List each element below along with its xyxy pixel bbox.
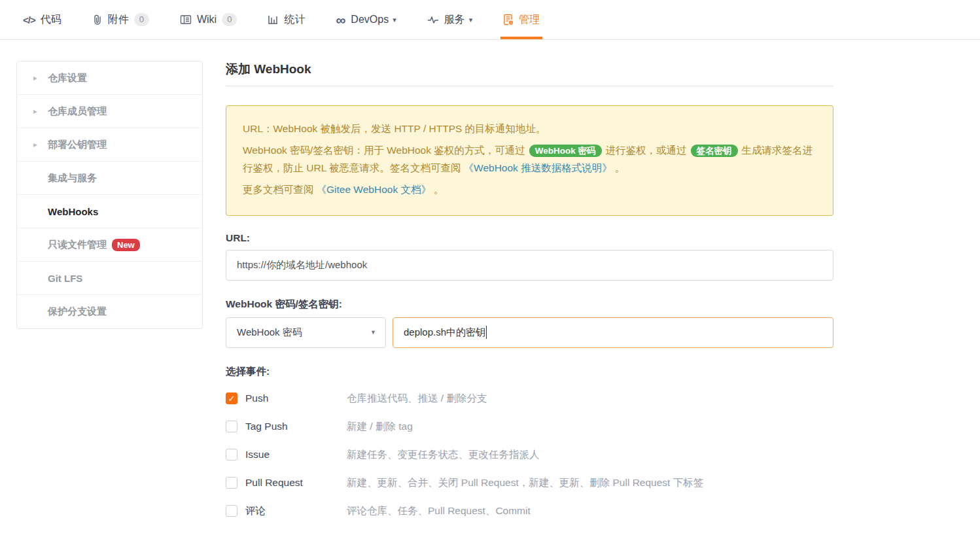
tab-manage-label: 管理 — [519, 13, 540, 27]
event-row-tag-push: ✓ Tag Push 新建 / 删除 tag — [226, 413, 833, 441]
sidebar-item-protected-branches[interactable]: 保护分支设置 — [17, 295, 202, 328]
bar-chart-icon — [268, 14, 279, 25]
event-row-pull-request: ✓ Pull Request 新建、更新、合并、关闭 Pull Request，… — [226, 469, 833, 497]
event-label: 评论 — [245, 504, 347, 518]
events-section-label: 选择事件: — [226, 365, 833, 379]
tab-code[interactable]: </> 代码 — [23, 0, 61, 39]
wiki-count-badge: 0 — [222, 13, 237, 26]
settings-sidebar: ▸ 仓库设置 ▸ 仓库成员管理 ▸ 部署公钥管理 集成与服务 WebHooks … — [16, 61, 203, 329]
tab-services-label: 服务 — [444, 13, 465, 27]
event-description: 评论仓库、任务、Pull Request、Commit — [347, 504, 531, 518]
book-icon — [180, 14, 192, 25]
paperclip-icon — [92, 14, 103, 26]
title-divider — [226, 86, 833, 86]
chevron-down-icon: ▾ — [469, 16, 473, 24]
text-cursor — [486, 326, 487, 339]
alert-line-url: URL：WebHook 被触发后，发送 HTTP / HTTPS 的目标通知地址… — [243, 120, 816, 137]
tab-code-label: 代码 — [41, 13, 61, 27]
secret-type-selected-value: WebHook 密码 — [237, 326, 302, 339]
check-icon: ✓ — [228, 394, 236, 403]
code-icon: </> — [23, 14, 35, 26]
sign-key-badge: 签名密钥 — [691, 145, 738, 157]
chevron-right-icon: ▸ — [33, 140, 48, 149]
secret-field-label: WebHook 密码/签名密钥: — [226, 298, 833, 311]
event-row-push: ✓ Push 仓库推送代码、推送 / 删除分支 — [226, 385, 833, 413]
sidebar-item-label: 仓库设置 — [48, 72, 87, 84]
webhook-info-alert: URL：WebHook 被触发后，发送 HTTP / HTTPS 的目标通知地址… — [226, 105, 833, 216]
page-title: 添加 WebHook — [226, 61, 833, 86]
pull-request-checkbox[interactable]: ✓ — [226, 477, 237, 489]
event-label: Tag Push — [245, 421, 347, 432]
alert-line-secret: WebHook 密码/签名密钥：用于 WebHook 鉴权的方式，可通过WebH… — [243, 141, 816, 177]
activate-row: ✓ 激活 （激活后事件触发时将发送请求） — [226, 537, 833, 539]
event-description: 新建任务、变更任务状态、更改任务指派人 — [347, 448, 540, 462]
gitee-webhook-doc-link[interactable]: 《Gitee WebHook 文档》 — [317, 184, 431, 195]
sidebar-item-git-lfs[interactable]: Git LFS — [17, 262, 202, 295]
event-label: Issue — [245, 449, 347, 461]
sidebar-item-label: 集成与服务 — [48, 172, 97, 184]
sidebar-item-label: 部署公钥管理 — [48, 139, 107, 151]
event-label: Push — [245, 392, 347, 404]
event-description: 仓库推送代码、推送 / 删除分支 — [347, 392, 487, 406]
pulse-icon — [427, 14, 439, 25]
tab-devops[interactable]: ∞ DevOps ▾ — [336, 0, 396, 39]
event-label: Pull Request — [245, 477, 347, 489]
event-row-issue: ✓ Issue 新建任务、变更任务状态、更改任务指派人 — [226, 441, 833, 469]
event-description: 新建 / 删除 tag — [347, 420, 413, 434]
repo-top-nav: </> 代码 附件 0 Wiki 0 — [0, 0, 980, 40]
tab-manage[interactable]: 管理 — [503, 0, 540, 39]
tab-wiki[interactable]: Wiki 0 — [180, 0, 237, 39]
chevron-right-icon: ▸ — [33, 107, 48, 116]
sidebar-item-webhooks[interactable]: WebHooks — [17, 195, 202, 228]
sidebar-item-readonly-files[interactable]: 只读文件管理 New — [17, 228, 202, 262]
tab-statistics[interactable]: 统计 — [268, 0, 305, 39]
webhook-format-doc-link[interactable]: 《WebHook 推送数据格式说明》 — [464, 162, 612, 173]
sidebar-item-label: Git LFS — [48, 273, 82, 284]
sidebar-item-member-management[interactable]: ▸ 仓库成员管理 — [17, 95, 202, 128]
url-field-label: URL: — [226, 232, 833, 244]
chevron-down-icon: ▼ — [370, 329, 376, 336]
comment-checkbox[interactable]: ✓ — [226, 505, 237, 517]
doc-gear-icon — [503, 14, 514, 26]
sidebar-item-label: WebHooks — [48, 206, 98, 217]
tab-attachments-label: 附件 — [108, 13, 129, 27]
event-row-comment: ✓ 评论 评论仓库、任务、Pull Request、Commit — [226, 497, 833, 525]
secret-input[interactable]: deplop.sh中的密钥 — [393, 317, 833, 348]
push-checkbox[interactable]: ✓ — [226, 392, 237, 404]
tab-attachments[interactable]: 附件 0 — [92, 0, 149, 39]
sidebar-item-label: 仓库成员管理 — [48, 105, 107, 118]
tab-services[interactable]: 服务 ▾ — [427, 0, 473, 39]
tab-devops-label: DevOps — [351, 14, 389, 26]
webhook-password-badge: WebHook 密码 — [529, 145, 602, 157]
issue-checkbox[interactable]: ✓ — [226, 449, 237, 461]
secret-type-select[interactable]: WebHook 密码 ▼ — [226, 317, 386, 348]
tab-wiki-label: Wiki — [197, 14, 217, 26]
sidebar-item-integrations[interactable]: 集成与服务 — [17, 162, 202, 195]
infinity-icon: ∞ — [336, 13, 345, 27]
url-input[interactable]: https://你的域名地址/webhook — [226, 250, 833, 281]
tag-push-checkbox[interactable]: ✓ — [226, 421, 237, 432]
secret-input-value: deplop.sh中的密钥 — [404, 326, 485, 339]
tab-statistics-label: 统计 — [284, 13, 305, 27]
alert-line-more-docs: 更多文档可查阅《Gitee WebHook 文档》。 — [243, 181, 816, 198]
sidebar-item-label: 保护分支设置 — [48, 305, 107, 318]
event-description: 新建、更新、合并、关闭 Pull Request，新建、更新、删除 Pull R… — [347, 476, 703, 490]
sidebar-item-repo-settings[interactable]: ▸ 仓库设置 — [17, 61, 202, 95]
sidebar-item-label: 只读文件管理 — [48, 239, 107, 251]
attachments-count-badge: 0 — [134, 13, 149, 26]
chevron-right-icon: ▸ — [33, 73, 48, 82]
url-input-value: https://你的域名地址/webhook — [237, 259, 367, 271]
new-badge: New — [112, 239, 140, 251]
webhook-form: 添加 WebHook URL：WebHook 被触发后，发送 HTTP / HT… — [226, 61, 833, 539]
sidebar-item-deploy-keys[interactable]: ▸ 部署公钥管理 — [17, 128, 202, 162]
chevron-down-icon: ▾ — [393, 16, 396, 24]
